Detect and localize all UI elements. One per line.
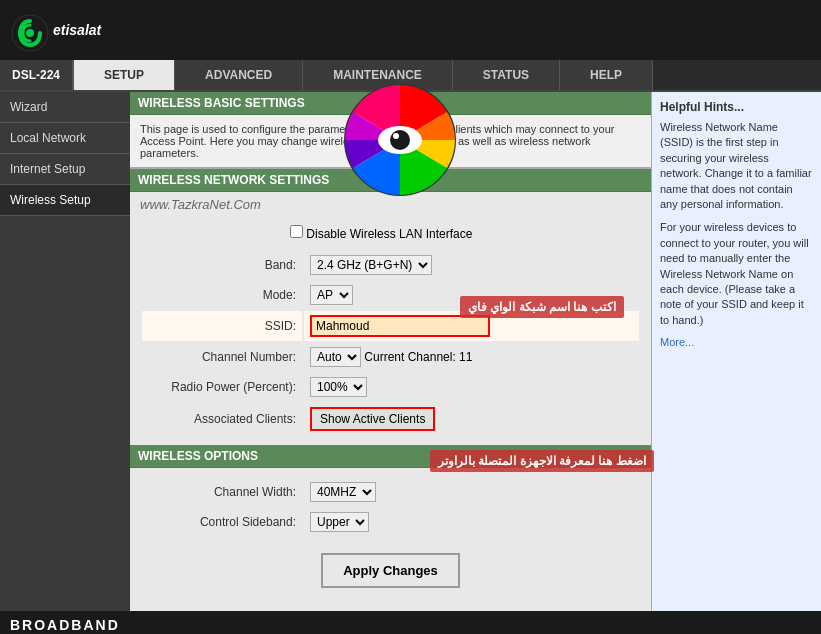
channel-number-label: Channel Number: [142,343,302,371]
channel-width-label: Channel Width: [142,478,302,506]
disable-wireless-label: Disable Wireless LAN Interface [306,227,472,241]
sidebar-item-wizard[interactable]: Wizard [0,92,130,123]
sidebar-item-wireless-setup[interactable]: Wireless Setup [0,185,130,216]
annotation-ssid: اكتب هنا اسم شبكة الواي فاي [460,296,624,318]
disable-wireless-checkbox[interactable] [290,225,303,238]
wireless-basic-settings-title: WIRELESS BASIC SETTINGS [130,92,651,115]
current-channel-value: 11 [459,350,472,364]
svg-point-1 [26,29,34,37]
hints-title: Helpful Hints... [660,100,813,114]
control-sideband-select[interactable]: Upper Lower [310,512,369,532]
broadband-label: BROADBAND [10,617,120,633]
band-select[interactable]: 2.4 GHz (B+G+N) [310,255,432,275]
device-label: DSL-224 [0,60,74,90]
tab-maintenance[interactable]: MAINTENANCE [303,60,453,90]
sidebar-item-local-network[interactable]: Local Network [0,123,130,154]
radio-power-label: Radio Power (Percent): [142,373,302,401]
annotation-clients: اضغط هنا لمعرفة الاجهزة المتصلة بالراوتر [430,450,654,472]
radio-power-select[interactable]: 100% [310,377,367,397]
sidebar-item-internet-setup[interactable]: Internet Setup [0,154,130,185]
show-active-clients-button[interactable]: Show Active Clients [310,407,435,431]
channel-width-select[interactable]: 40MHZ 20MHZ [310,482,376,502]
current-channel-label: Current Channel: [364,350,455,364]
hints-para2: For your wireless devices to connect to … [660,220,813,328]
tab-status[interactable]: STATUS [453,60,560,90]
tab-help[interactable]: HELP [560,60,653,90]
tab-setup[interactable]: SETUP [74,60,175,90]
hints-para1: Wireless Network Name (SSID) is the firs… [660,120,813,212]
control-sideband-label: Control Sideband: [142,508,302,536]
intro-text: This page is used to configure the param… [130,115,651,169]
channel-number-select[interactable]: Auto [310,347,361,367]
ssid-label: SSID: [142,311,302,341]
associated-clients-label: Associated Clients: [142,403,302,435]
band-label: Band: [142,251,302,279]
mode-label: Mode: [142,281,302,309]
apply-changes-button[interactable]: Apply Changes [321,553,460,588]
logo-text: etisalat [53,22,101,38]
hints-more-link[interactable]: More... [660,336,694,348]
wireless-network-settings-title: WIRELESS NETWORK SETTINGS [130,169,651,192]
ssid-input[interactable] [310,315,490,337]
watermark: www.TazkraNet.Com [140,197,261,212]
tab-advanced[interactable]: ADVANCED [175,60,303,90]
mode-select[interactable]: AP [310,285,353,305]
